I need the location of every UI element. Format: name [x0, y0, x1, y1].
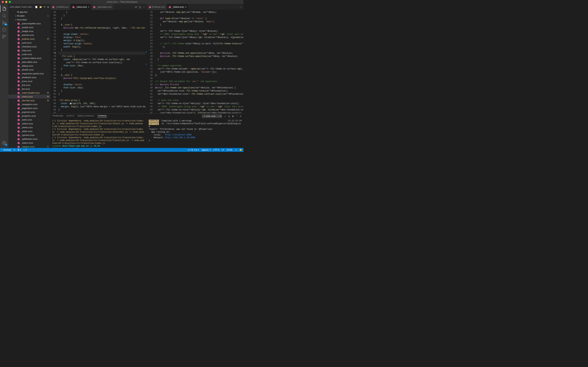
file-item[interactable]: ⬤_card.scss: [8, 41, 50, 45]
file-item[interactable]: ⬤_link.scss: [8, 83, 50, 87]
file-item[interactable]: ⬤_buttons.scssM: [8, 37, 50, 41]
file-item[interactable]: ⬤_main-header.scssM: [8, 91, 50, 95]
scss-file-icon: ⬤: [17, 42, 20, 44]
close-tab-icon[interactable]: ×: [88, 6, 89, 8]
file-item[interactable]: ⬤_expansion-panel.scss: [8, 72, 50, 75]
settings-icon[interactable]: 1: [0, 140, 8, 147]
close-tab-icon[interactable]: ×: [185, 6, 186, 8]
file-item[interactable]: ⬤_dialog.scss: [8, 64, 50, 68]
source-control-icon[interactable]: 43: [0, 19, 8, 26]
panel-tab-terminal[interactable]: TERMINAL: [97, 115, 107, 118]
folder-item[interactable]: ▸form-field: [8, 18, 50, 22]
panel-tab-problems[interactable]: PROBLEMS: [52, 115, 63, 118]
file-item[interactable]: ⬤_content-status.scss: [8, 56, 50, 60]
collapse-icon[interactable]: ⊟: [47, 6, 49, 8]
file-item[interactable]: ⬤_pagination.scss: [8, 106, 50, 110]
terminal-left[interactable]: (!) Circular dependency: node_modules/d3…: [50, 119, 147, 148]
new-terminal-icon[interactable]: ＋: [224, 115, 226, 117]
close-window-button[interactable]: [2, 1, 4, 3]
scss-file-icon: ⬤: [17, 30, 20, 33]
scss-file-icon: ⬤: [149, 6, 151, 8]
file-item[interactable]: ⬤_data-table.scss: [8, 60, 50, 64]
file-item[interactable]: ⬤_stepper.scssU: [8, 145, 50, 148]
editor-tab[interactable]: ⬤_menu.scss×: [70, 4, 91, 10]
sync-button[interactable]: ⟳: [14, 149, 15, 151]
scss-file-icon: ⬤: [17, 49, 20, 52]
refresh-icon[interactable]: ⟳: [44, 6, 45, 8]
terminal-right[interactable]: WARNING Compiled with 1 warnings10:16:20…: [147, 119, 244, 148]
editor-body-left[interactable]: 6566676869707172737475767778798081828384…: [50, 10, 147, 113]
file-item[interactable]: ⬤_select.scss: [8, 122, 50, 125]
editor-tab[interactable]: ⬤_textfield.scss: [50, 4, 70, 10]
file-item[interactable]: ⬤_sheet.scss: [8, 125, 50, 129]
file-item[interactable]: ⬤_nav-bar.scssM: [8, 99, 50, 102]
maximize-window-button[interactable]: [9, 1, 11, 3]
window-title: _menu.scss — Fleet (Workspace): [106, 1, 138, 3]
file-item[interactable]: ⬤_splitbutton.scss: [8, 137, 50, 141]
errors-count[interactable]: ✖ 0: [17, 149, 21, 151]
cursor-position[interactable]: Ln 78, Col 1: [188, 149, 199, 151]
file-item[interactable]: ⬤_code.scss: [8, 52, 50, 56]
indentation[interactable]: Spaces: 2: [202, 149, 211, 151]
scss-file-icon: ⬤: [17, 99, 20, 102]
minimize-window-button[interactable]: [5, 1, 7, 3]
scss-file-icon: ⬤: [17, 103, 20, 106]
file-item[interactable]: ⬤_radio.scss: [8, 118, 50, 122]
editor-tab[interactable]: ⬤flt-theme.scss: [147, 4, 167, 10]
split-editor-icon[interactable]: ◫: [139, 6, 141, 8]
more-icon[interactable]: ⋯: [240, 6, 242, 8]
debug-icon[interactable]: [0, 26, 8, 33]
trash-icon[interactable]: 🗑: [232, 115, 234, 117]
close-panel-icon[interactable]: ✕: [240, 115, 241, 117]
file-item[interactable]: ⬤_list.scss: [8, 87, 50, 91]
editor-body-right[interactable]: 1516171819202122232425262728293031323334…: [147, 10, 244, 113]
maximize-panel-icon[interactable]: ⌃: [236, 115, 238, 117]
file-item[interactable]: ⬤_badge.scss: [8, 29, 50, 33]
code-right[interactable]: var">$value: map-get(var">$theme, var">$…: [155, 10, 244, 113]
file-item[interactable]: ⬤_status.scss: [8, 141, 50, 145]
code-left[interactable]: } } } &__icon { @include mdc-rtl-reflexi…: [59, 10, 145, 113]
panel-tab-output[interactable]: OUTPUT: [66, 115, 74, 118]
file-item[interactable]: ⬤_avatar.scss: [8, 25, 50, 29]
split-terminal-icon[interactable]: ◫: [228, 115, 230, 117]
main-area: 43 1 EXPLORER: FLEET (WO… 📄 📁 ⟳ ⊟ flt-ap…: [0, 4, 244, 148]
file-item[interactable]: ⬤_banner.scss: [8, 33, 50, 37]
panel-tab-debug-console[interactable]: DEBUG CONSOLE: [77, 115, 94, 118]
file-item[interactable]: ⬤_chip.scss: [8, 49, 50, 52]
extensions-icon[interactable]: [0, 33, 8, 40]
editor-tab[interactable]: ⬤_data-table.scss: [91, 4, 114, 10]
compare-icon[interactable]: ⇄: [135, 6, 137, 8]
notifications-icon[interactable]: 🔔: [239, 149, 242, 151]
file-item[interactable]: ⬤_feedback.scss: [8, 75, 50, 79]
scss-file-icon: ⬤: [52, 6, 54, 8]
file-item[interactable]: ⬤_divider.scss: [8, 68, 50, 72]
eol[interactable]: LF: [222, 149, 224, 151]
editor-tab[interactable]: ⬤_mixins.scss×: [167, 4, 188, 10]
file-item[interactable]: ⬤_spinner.scss: [8, 133, 50, 137]
file-item[interactable]: ⬤_navigation.scss: [8, 102, 50, 106]
folder-item[interactable]: flt-app-bar: [8, 10, 50, 14]
file-item[interactable]: ⬤_autocomplete.scss: [8, 22, 50, 25]
feedback-icon[interactable]: ☺: [235, 149, 237, 151]
search-icon[interactable]: [0, 12, 8, 19]
terminal-selector[interactable]: 1: node, node: [202, 114, 222, 118]
folder-item[interactable]: ▸flt-table: [8, 14, 50, 18]
encoding[interactable]: UTF-8: [213, 149, 219, 151]
scss-file-icon: ⬤: [17, 115, 20, 117]
explorer-icon[interactable]: [0, 5, 8, 12]
minimap-left[interactable]: [145, 10, 147, 113]
warnings-count[interactable]: ⚠ 0: [23, 149, 27, 151]
new-file-icon[interactable]: 📄: [35, 6, 38, 8]
file-item[interactable]: ⬤_progress.scss: [8, 114, 50, 118]
file-tree[interactable]: flt-app-bar▸flt-table▸form-field⬤_autoco…: [8, 10, 50, 148]
git-branch[interactable]: ᚶ develop*: [1, 149, 12, 151]
new-folder-icon[interactable]: 📁: [39, 6, 42, 8]
tabs-bar-left: ⬤_textfield.scss⬤_menu.scss×⬤_data-table…: [50, 4, 147, 10]
file-item[interactable]: ⬤_checkbox.scss: [8, 45, 50, 49]
more-icon[interactable]: ⋯: [143, 6, 145, 8]
language-mode[interactable]: SCSS: [227, 149, 232, 151]
file-item[interactable]: ⬤_popover.scss: [8, 110, 50, 114]
file-item[interactable]: ⬤_menu.scssM: [8, 95, 50, 99]
file-item[interactable]: ⬤_icons.scss: [8, 79, 50, 83]
file-item[interactable]: ⬤_slider.scss: [8, 129, 50, 133]
